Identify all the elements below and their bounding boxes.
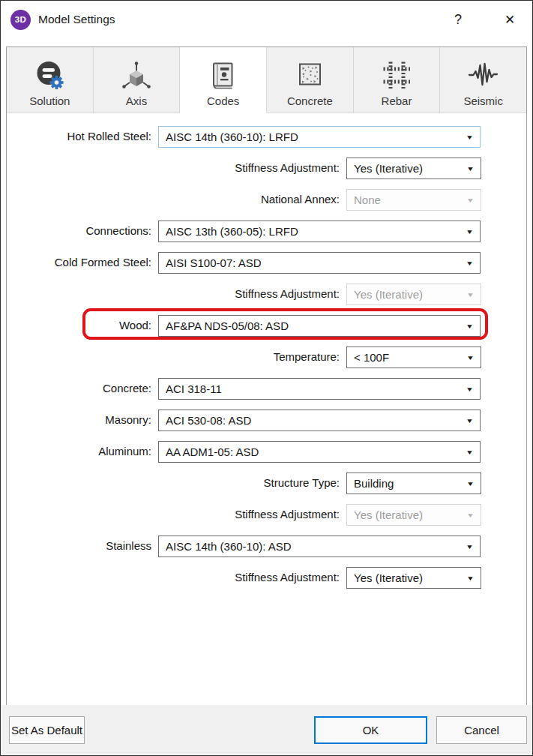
dialog-footer: Set As Default OK Cancel: [1, 705, 532, 755]
tab-codes[interactable]: Codes: [180, 47, 267, 113]
form-row-temperature: Temperature: < 100F ▼: [7, 346, 526, 378]
settings-panel: Solution: [6, 46, 527, 706]
field-label: Masonry:: [7, 413, 151, 426]
field-label: Structure Type:: [7, 476, 340, 489]
dropdown-arrow-icon: ▼: [466, 165, 475, 172]
form-row-al-stiffness: Stiffness Adjustment: Yes (Iterative) ▼: [7, 504, 526, 536]
field-label: Connections:: [7, 224, 151, 237]
seismic-wave-icon: [467, 56, 500, 94]
field-label: Wood:: [7, 319, 151, 332]
form-row-hot-rolled-steel: Hot Rolled Steel: AISC 14th (360-10): LR…: [7, 126, 526, 158]
tab-label: Axis: [126, 94, 147, 108]
field-label: Concrete:: [7, 382, 151, 394]
aluminum-dropdown[interactable]: AA ADM1-05: ASD ▼: [158, 441, 481, 463]
field-label: Stiffness Adjustment:: [7, 508, 340, 520]
tab-strip: Solution: [7, 47, 526, 113]
solution-gear-icon: [34, 56, 65, 94]
field-label: Hot Rolled Steel:: [7, 130, 151, 142]
tab-axis[interactable]: Axis: [94, 47, 181, 113]
set-as-default-button[interactable]: Set As Default: [9, 716, 85, 744]
field-label: National Annex:: [7, 193, 340, 206]
form-row-masonry: Masonry: ACI 530-08: ASD ▼: [7, 410, 526, 441]
dropdown-arrow-icon: ▼: [466, 417, 474, 424]
cold-formed-stiffness-dropdown: Yes (Iterative) ▼: [346, 284, 481, 305]
connections-dropdown[interactable]: AISC 13th (360-05): LRFD ▼: [158, 220, 481, 242]
tab-label: Seismic: [463, 94, 503, 108]
form-row-cf-stiffness: Stiffness Adjustment: Yes (Iterative) ▼: [7, 284, 526, 315]
dropdown-arrow-icon: ▼: [466, 386, 474, 392]
close-button[interactable]: ✕: [492, 1, 528, 38]
form-row-concrete: Concrete: ACI 318-11 ▼: [7, 378, 526, 410]
form-row-ss-stiffness: Stiffness Adjustment: Yes (Iterative) ▼: [7, 567, 526, 598]
masonry-dropdown[interactable]: ACI 530-08: ASD ▼: [158, 410, 481, 431]
window-title: Model Settings: [38, 13, 115, 26]
dropdown-arrow-icon: ▼: [466, 196, 475, 203]
dropdown-arrow-icon: ▼: [466, 480, 475, 487]
form-row-stainless: Stainless AISC 14th (360-10): ASD ▼: [7, 536, 526, 567]
stainless-dropdown[interactable]: AISC 14th (360-10): ASD ▼: [158, 536, 481, 557]
dropdown-arrow-icon: ▼: [466, 448, 474, 455]
field-label: Cold Formed Steel:: [7, 256, 151, 268]
tab-rebar[interactable]: Rebar: [354, 47, 441, 113]
structure-type-dropdown[interactable]: Building ▼: [346, 472, 481, 494]
app-3d-icon: 3D: [10, 10, 31, 30]
dropdown-arrow-icon: ▼: [466, 574, 475, 581]
tab-label: Solution: [29, 94, 70, 108]
dropdown-arrow-icon: ▼: [466, 543, 474, 550]
form-row-national-annex: National Annex: None ▼: [7, 189, 526, 220]
form-row-hr-stiffness: Stiffness Adjustment: Yes (Iterative) ▼: [7, 158, 526, 189]
ok-button[interactable]: OK: [314, 716, 427, 744]
form-row-cold-formed-steel: Cold Formed Steel: AISI S100-07: ASD ▼: [7, 252, 526, 284]
field-label: Stiffness Adjustment:: [7, 287, 340, 300]
axis-cube-icon: [121, 56, 152, 94]
codes-book-icon: [208, 56, 238, 94]
codes-form: Hot Rolled Steel: AISC 14th (360-10): LR…: [7, 113, 526, 705]
field-label: Stainless: [7, 539, 151, 552]
dropdown-arrow-icon: ▼: [466, 291, 475, 298]
field-label: Stiffness Adjustment:: [7, 161, 340, 174]
tab-label: Concrete: [287, 94, 333, 108]
form-row-aluminum: Aluminum: AA ADM1-05: ASD ▼: [7, 441, 526, 472]
tab-solution[interactable]: Solution: [7, 47, 94, 113]
cancel-button[interactable]: Cancel: [436, 716, 527, 744]
form-row-structure-type: Structure Type: Building ▼: [7, 472, 526, 504]
tab-seismic[interactable]: Seismic: [440, 47, 526, 113]
field-label: Aluminum:: [7, 445, 151, 458]
dropdown-arrow-icon: ▼: [466, 354, 475, 361]
rebar-icon: [380, 56, 413, 94]
form-row-wood: Wood: AF&PA NDS-05/08: ASD ▼: [7, 315, 526, 346]
help-button[interactable]: ?: [441, 1, 475, 38]
dropdown-arrow-icon: ▼: [466, 134, 474, 140]
model-settings-dialog: 3D Model Settings ? ✕: [0, 0, 533, 756]
tab-concrete[interactable]: Concrete: [267, 47, 354, 113]
cold-formed-steel-dropdown[interactable]: AISI S100-07: ASD ▼: [158, 252, 481, 274]
national-annex-dropdown: None ▼: [346, 189, 481, 211]
dropdown-arrow-icon: ▼: [466, 260, 474, 266]
wood-dropdown[interactable]: AF&PA NDS-05/08: ASD ▼: [158, 315, 481, 337]
dropdown-arrow-icon: ▼: [466, 512, 475, 518]
tab-label: Codes: [207, 94, 239, 108]
dropdown-arrow-icon: ▼: [466, 322, 474, 329]
stainless-stiffness-dropdown[interactable]: Yes (Iterative) ▼: [346, 567, 481, 589]
aluminum-stiffness-dropdown: Yes (Iterative) ▼: [346, 504, 481, 526]
form-row-connections: Connections: AISC 13th (360-05): LRFD ▼: [7, 220, 526, 252]
title-bar: 3D Model Settings ? ✕: [1, 1, 532, 38]
field-label: Stiffness Adjustment:: [7, 571, 340, 584]
temperature-dropdown[interactable]: < 100F ▼: [346, 346, 481, 368]
concrete-icon: [295, 56, 325, 94]
dropdown-arrow-icon: ▼: [466, 228, 474, 235]
field-label: Temperature:: [7, 350, 340, 363]
concrete-code-dropdown[interactable]: ACI 318-11 ▼: [158, 378, 481, 400]
hot-rolled-steel-dropdown[interactable]: AISC 14th (360-10): LRFD ▼: [158, 126, 481, 148]
tab-label: Rebar: [382, 94, 412, 108]
hot-rolled-stiffness-dropdown[interactable]: Yes (Iterative) ▼: [346, 158, 481, 179]
